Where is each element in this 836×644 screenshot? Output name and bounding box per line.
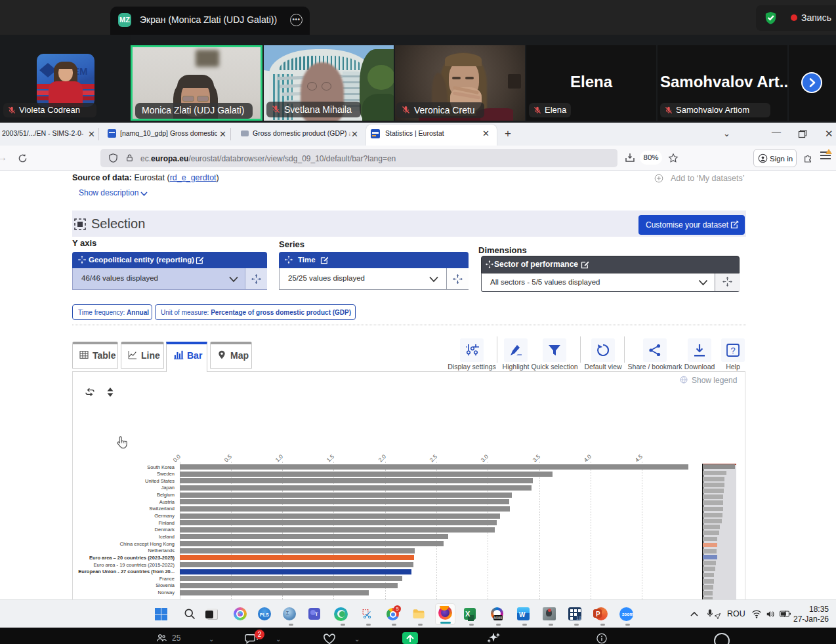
svg-text:?: ? bbox=[730, 346, 735, 355]
